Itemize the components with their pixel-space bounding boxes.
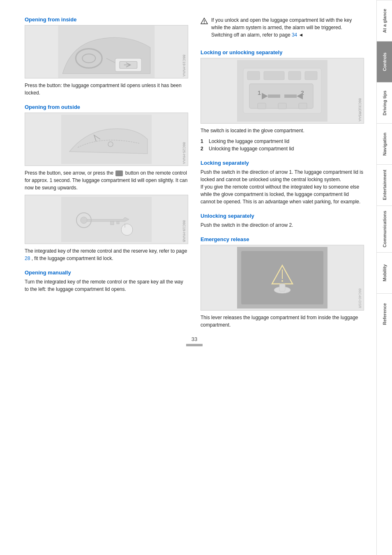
section-emergency-title: Emergency release: [201, 236, 364, 242]
svg-point-13: [121, 224, 133, 235]
section-opening-manually-title: Opening manually: [25, 269, 188, 276]
svg-rect-31: [299, 103, 307, 109]
list-item-1: 1 Locking the luggage compartment lid: [201, 138, 364, 145]
sidebar-tab-navigation[interactable]: Navigation: [377, 123, 392, 164]
svg-point-17: [204, 23, 205, 23]
image-switch-panel: 1 2 86C31DR5AA: [201, 58, 364, 124]
sidebar-tab-mobility[interactable]: Mobility: [377, 252, 392, 293]
svg-rect-27: [268, 94, 280, 98]
note-triangle-icon: [201, 17, 208, 25]
image1-id: 86C19-HVAA: [182, 55, 186, 76]
section1-body: Press the button: the luggage compartmen…: [25, 82, 188, 97]
list-item-2: 2 Unlocking the luggage compartment lid: [201, 145, 364, 152]
svg-point-36: [281, 280, 283, 282]
image5-id: 86C40-DSR: [358, 288, 362, 309]
svg-text:1: 1: [258, 90, 261, 96]
sidebar-tab-communications[interactable]: Communications: [377, 205, 392, 252]
right-column: If you unlock and open the luggage compa…: [201, 16, 364, 332]
svg-point-10: [81, 217, 87, 223]
sidebar-tab-controls[interactable]: Controls: [377, 41, 392, 82]
svg-rect-23: [305, 71, 317, 80]
svg-rect-11: [111, 221, 114, 225]
sidebar-tab-at-a-glance[interactable]: At a glance: [377, 0, 392, 41]
svg-rect-20: [247, 71, 260, 80]
sidebar-tab-reference[interactable]: Reference: [377, 293, 392, 334]
section-opening-outside-title: Opening from outside: [25, 104, 188, 110]
sidebar-tab-entertainment[interactable]: Entertainment: [377, 164, 392, 205]
page-ref-28[interactable]: 28: [25, 256, 30, 261]
sidebar: At a glance Controls Driving tips Naviga…: [376, 0, 392, 555]
section2-body3: The integrated key of the remote control…: [25, 247, 188, 262]
svg-rect-38: [279, 284, 285, 291]
svg-rect-21: [264, 71, 284, 80]
page-indicator-bar: [186, 344, 203, 346]
image4-id: 86C31DR5AA: [358, 98, 362, 122]
unlocking-body: Push the switch in the direction of arro…: [201, 221, 364, 229]
switch-list: 1 Locking the luggage compartment lid 2 …: [201, 138, 364, 152]
svg-rect-29: [258, 103, 266, 109]
image2-id: 86C25-HVAA: [182, 142, 186, 164]
page-ref-34[interactable]: 34: [292, 32, 297, 38]
image-interior-button: 86C19-HVAA: [25, 25, 188, 78]
switch-intro: The switch is located in the glove compa…: [201, 127, 364, 134]
remote-button-icon: [115, 170, 123, 176]
section-opening-inside-title: Opening from inside: [25, 16, 188, 23]
svg-rect-30: [278, 103, 286, 109]
page-number: 33: [25, 336, 364, 342]
sidebar-tab-driving-tips[interactable]: Driving tips: [377, 82, 392, 123]
section-unlocking-title: Unlocking separately: [201, 213, 364, 219]
section-locking-title: Locking separately: [201, 160, 364, 166]
image3-id: 86C19-HVAB: [182, 220, 186, 242]
image-emergency-release: 86C40-DSR: [201, 245, 364, 311]
section3-body: Turn the integrated key of the remote co…: [25, 278, 188, 293]
image-trunk-exterior: 86C25-HVAA: [25, 113, 188, 166]
note-box: If you unlock and open the luggage compa…: [201, 16, 364, 42]
section2-body1: Press the button, see arrow, or press th…: [25, 169, 188, 191]
image-key-remote: 86C19-HVAB: [25, 195, 188, 244]
section-locking-unlocking-title: Locking or unlocking separately: [201, 49, 364, 55]
locking-body: Push the switch in the direction of arro…: [201, 168, 364, 205]
svg-rect-28: [284, 94, 297, 98]
svg-rect-22: [288, 71, 301, 80]
emergency-body: This lever releases the luggage compartm…: [201, 314, 364, 329]
note-text: If you unlock and open the luggage compa…: [211, 16, 364, 39]
left-column: Opening from inside: [25, 16, 188, 332]
svg-rect-12: [117, 221, 119, 224]
